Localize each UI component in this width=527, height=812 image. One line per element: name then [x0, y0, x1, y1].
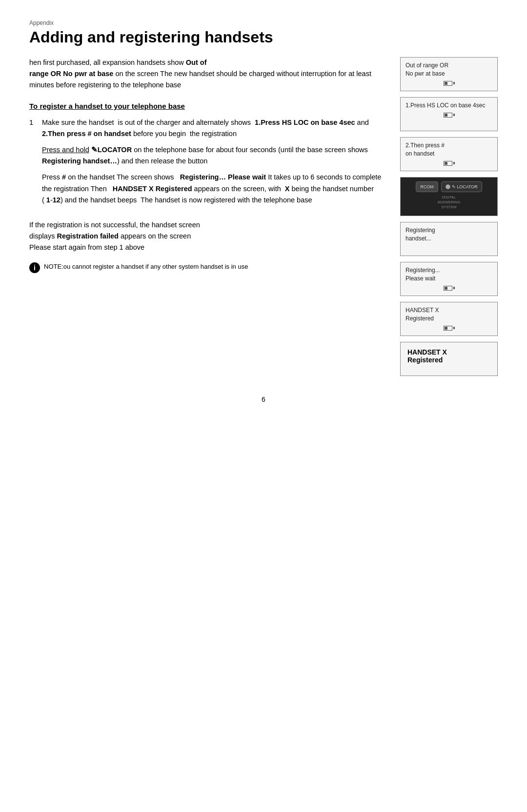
step-1-para-1: Make sure the handset is out of the char…: [42, 117, 385, 139]
panel-base-device: RCOM ✎ LOCATOR DIGITAL ANSWERING SYSTEM: [400, 177, 498, 216]
step-1-content: Make sure the handset is out of the char…: [42, 117, 385, 211]
left-content: hen first purchased, all expansion hands…: [29, 57, 385, 273]
panel2-label: 1.Press HS LOC on base 4sec: [405, 101, 492, 110]
panel-registering-handset: Registering handset...: [400, 222, 498, 256]
battery-icon-2: [444, 113, 455, 118]
panel7-label: HANDSET X Registered: [405, 306, 492, 323]
step-1-para-2: Press and hold ✎LOCATOR on the telephone…: [42, 144, 385, 167]
panel8-label1: HANDSET X: [407, 348, 490, 356]
fail-paragraph: If the registration is not successful, t…: [29, 219, 385, 254]
locator-label: ✎ LOCATOR: [452, 184, 478, 189]
panel7-icon-row: [405, 326, 492, 331]
panel-handset-registered-large: HANDSET X Registered: [400, 342, 498, 376]
battery-icon-4: [444, 286, 455, 291]
panel1-icon-row: [405, 81, 492, 86]
locator-button: ✎ LOCATOR: [441, 181, 482, 192]
panel2-icon-row: [405, 113, 492, 118]
note-text: NOTE:ou cannot register a handset if any…: [44, 262, 248, 272]
panel6-icon-row: [405, 286, 492, 291]
panel8-label2: Registered: [407, 356, 490, 364]
right-column: Out of range OR No pwr at base 1.Press H…: [400, 57, 498, 376]
page-label: Appendix: [29, 20, 498, 26]
panel5-label: Registering handset...: [405, 226, 492, 243]
base-buttons-row: RCOM ✎ LOCATOR: [416, 181, 482, 192]
locator-circle-icon: [446, 184, 450, 189]
panel-registering-please-wait: Registering... Please wait: [400, 262, 498, 296]
device-sub-label: DIGITAL ANSWERING SYSTEM: [438, 195, 460, 209]
page-number: 6: [29, 396, 498, 403]
battery-icon-1: [444, 81, 455, 86]
step-1-para-3: Press # on the handset The screen shows …: [42, 172, 385, 206]
panel3-label: 2.Then press # on handset: [405, 141, 492, 158]
info-icon: i: [29, 262, 40, 273]
panel-then-press-hash: 2.Then press # on handset: [400, 137, 498, 171]
panel6-label: Registering... Please wait: [405, 266, 492, 283]
rcom-button: RCOM: [416, 181, 438, 192]
step-number-1: 1: [29, 117, 37, 211]
panel-out-of-range: Out of range OR No pwr at base: [400, 57, 498, 91]
battery-icon-3: [444, 161, 455, 166]
register-heading: To register a handset to your telephone …: [29, 102, 385, 110]
panel-handset-registered-small: HANDSET X Registered: [400, 302, 498, 336]
battery-icon-5: [444, 326, 455, 331]
step-1: 1 Make sure the handset is out of the ch…: [29, 117, 385, 211]
page-title: Adding and registering handsets: [29, 28, 498, 46]
panel-press-hs-loc: 1.Press HS LOC on base 4sec: [400, 97, 498, 131]
panel3-icon-row: [405, 161, 492, 166]
panel1-label: Out of range OR No pwr at base: [405, 61, 492, 78]
intro-paragraph: hen first purchased, all expansion hands…: [29, 57, 385, 91]
note-box: i NOTE:ou cannot register a handset if a…: [29, 262, 385, 273]
